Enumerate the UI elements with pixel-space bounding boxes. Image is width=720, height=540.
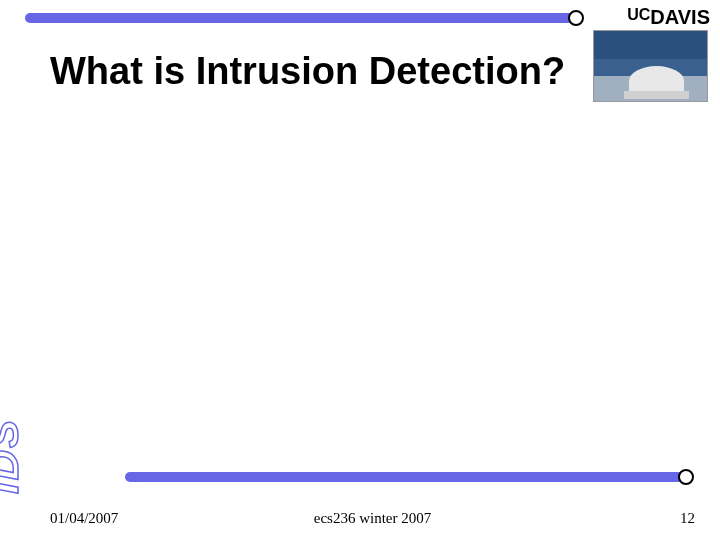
ids-vertical-label: IDS [0, 418, 28, 494]
ucdavis-logo: UCDAVIS [627, 6, 710, 29]
footer-page-number: 12 [480, 510, 695, 527]
footer-date: 01/04/2007 [50, 510, 265, 527]
campus-photo [593, 30, 708, 102]
logo-davis-text: DAVIS [650, 6, 710, 28]
logo-uc-text: UC [627, 6, 650, 23]
top-decorative-bar [25, 13, 575, 23]
footer-course: ecs236 winter 2007 [265, 510, 480, 527]
bottom-bar-endpoint [678, 469, 694, 485]
top-bar-endpoint [568, 10, 584, 26]
slide-title: What is Intrusion Detection? [50, 50, 565, 93]
bottom-decorative-bar [125, 472, 685, 482]
slide-footer: 01/04/2007 ecs236 winter 2007 12 [50, 510, 695, 527]
